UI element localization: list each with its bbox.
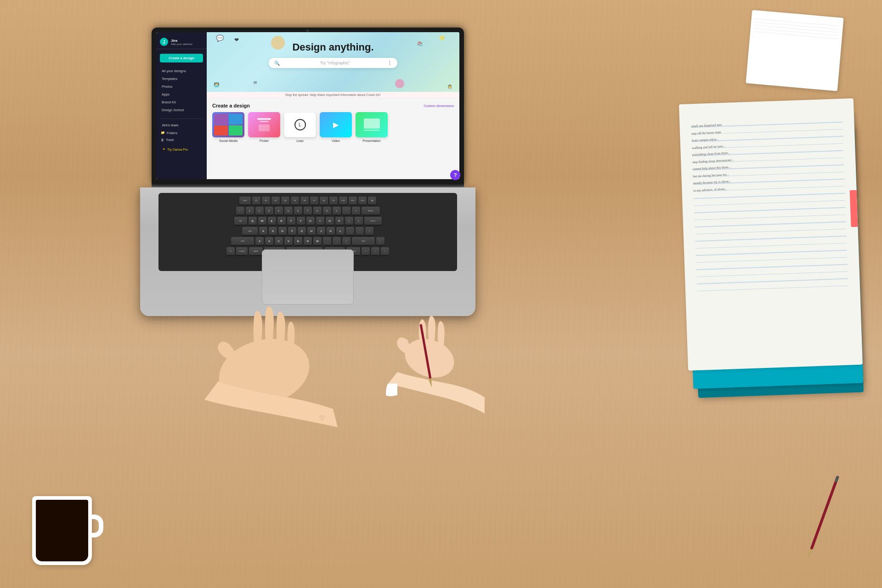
svg-marker-1 [806,549,813,561]
key-period[interactable]: . [333,237,341,245]
key-z[interactable]: Z [255,237,264,245]
notebook-bookmark [850,190,860,227]
key-3[interactable]: 3 [265,207,273,215]
key-comma[interactable]: , [323,237,331,245]
key-8[interactable]: 8 [313,207,322,215]
key-bracket-right[interactable]: ] [355,217,363,225]
key-a[interactable]: A [259,227,267,235]
key-arrow-down[interactable]: ↓ [371,247,379,255]
key-fn[interactable]: fn [226,247,235,255]
key-backtick[interactable]: ~ ` [236,207,244,215]
key-control[interactable]: control [236,247,248,255]
key-q[interactable]: Q [249,217,257,225]
key-9[interactable]: 9 [323,207,331,215]
key-x[interactable]: X [265,237,273,245]
sidebar-trash[interactable]: 🗑 Trash [156,137,207,143]
design-type-poster[interactable]: Poster [248,112,280,142]
key-j[interactable]: J [317,227,325,235]
key-e[interactable]: E [268,217,276,225]
trackpad[interactable] [262,249,354,305]
key-bracket-left[interactable]: [ [345,217,353,225]
key-u[interactable]: U [306,217,315,225]
nav-apps[interactable]: Apps [156,90,207,98]
key-s[interactable]: S [269,227,277,235]
nav-all-designs[interactable]: All your designs [156,67,207,75]
key-equals[interactable]: = [352,207,360,215]
key-option-left[interactable]: option [249,247,263,255]
nav-design-school[interactable]: Design School [156,106,207,114]
key-f3[interactable]: F3 [271,197,280,205]
custom-dimensions-link[interactable]: Custom dimensions [424,104,454,108]
nav-templates[interactable]: Templates [156,75,207,83]
key-esc[interactable]: ESC [239,197,251,205]
key-f5[interactable]: F5 [291,197,299,205]
hero-search-bar[interactable]: 🔍 Try "infographic" [269,58,397,68]
key-f6[interactable]: F6 [300,197,309,205]
key-minus[interactable]: - [342,207,351,215]
key-tab[interactable]: tab [234,217,247,225]
nav-photos[interactable]: Photos [156,83,207,90]
poster-preview [255,116,273,133]
create-section-title: Create a design [212,103,250,108]
design-type-social-media[interactable]: Social Media [212,112,244,142]
key-slash[interactable]: / [342,237,351,245]
nav-brand-kit[interactable]: Brand Kit [156,98,207,106]
key-h[interactable]: H [307,227,316,235]
key-r[interactable]: R [277,217,286,225]
key-shift-right[interactable]: shift [352,237,375,245]
key-6[interactable]: 6 [294,207,302,215]
key-5[interactable]: 5 [284,207,293,215]
key-o[interactable]: O [326,217,334,225]
key-d[interactable]: D [278,227,287,235]
key-4[interactable]: 4 [275,207,283,215]
key-backslash[interactable]: \ [365,227,373,235]
key-g[interactable]: G [298,227,306,235]
key-n[interactable]: N [304,237,312,245]
key-t[interactable]: T [287,217,295,225]
key-0[interactable]: 0 [333,207,341,215]
help-badge[interactable]: ? [450,170,459,179]
key-f7[interactable]: F7 [310,197,318,205]
key-i[interactable]: I [316,217,324,225]
key-arrow-left[interactable]: ← [362,247,370,255]
user-info: Jira Add your address [171,39,192,45]
key-f10[interactable]: F10 [339,197,347,205]
key-arrow-up[interactable]: ↑ [376,237,384,245]
key-f12[interactable]: F12 [358,197,367,205]
sidebar-folders[interactable]: 📁 Folders [156,130,207,136]
design-type-video[interactable]: ▶ Video [320,112,352,142]
design-type-logo[interactable]: L Logo [284,112,316,142]
key-backspace[interactable]: delete [362,207,380,215]
key-quote[interactable]: ' [356,227,364,235]
key-v[interactable]: V [284,237,293,245]
key-arrow-right[interactable]: → [381,247,389,255]
key-1[interactable]: 1 [246,207,254,215]
create-design-button[interactable]: Create a design [160,54,203,62]
key-power[interactable]: ⏻ [368,197,376,205]
key-p[interactable]: P [335,217,344,225]
key-f9[interactable]: F9 [329,197,338,205]
key-y[interactable]: Y [297,217,305,225]
key-f[interactable]: F [288,227,296,235]
key-f2[interactable]: F2 [262,197,270,205]
key-7[interactable]: 7 [304,207,312,215]
key-b[interactable]: B [294,237,302,245]
key-c[interactable]: C [275,237,283,245]
key-f11[interactable]: F11 [349,197,357,205]
sidebar-team-label: Jira's team [156,122,207,129]
key-f8[interactable]: F8 [320,197,328,205]
design-type-presentation[interactable]: Presentation [356,112,388,142]
key-f1[interactable]: F1 [252,197,260,205]
key-semicolon[interactable]: ; [346,227,354,235]
key-w[interactable]: W [258,217,266,225]
key-l[interactable]: L [336,227,345,235]
key-f4[interactable]: F4 [281,197,289,205]
key-caps-lock[interactable]: caps [242,227,258,235]
key-shift-left[interactable]: shift [231,237,254,245]
key-return[interactable]: return [364,217,382,225]
key-k[interactable]: K [327,227,335,235]
deco-person-right: 👩‍💼 [447,85,452,90]
try-pro-link[interactable]: ✦ Try Canva Pro [160,146,203,153]
key-2[interactable]: 2 [255,207,264,215]
key-m[interactable]: M [313,237,322,245]
